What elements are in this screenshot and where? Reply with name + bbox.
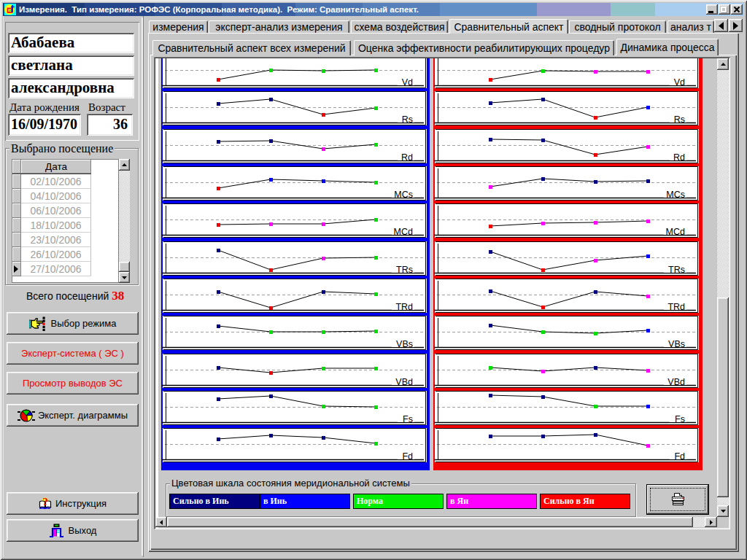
svg-text:VBd: VBd: [395, 377, 413, 387]
svg-text:VBd: VBd: [667, 377, 685, 387]
svg-text:Fd: Fd: [402, 451, 413, 462]
svg-text:VBs: VBs: [396, 339, 413, 349]
svg-text:Fd: Fd: [674, 451, 685, 462]
svg-text:Rd: Rd: [673, 152, 685, 163]
svg-text:MCs: MCs: [666, 190, 685, 200]
svg-text:MCd: MCd: [394, 227, 413, 237]
svg-text:Vd: Vd: [674, 77, 685, 88]
svg-text:Vd: Vd: [402, 77, 413, 88]
svg-text:Fs: Fs: [403, 414, 413, 424]
svg-text:Rd: Rd: [401, 152, 413, 163]
svg-text:Rs: Rs: [402, 114, 413, 125]
svg-text:Fs: Fs: [675, 414, 685, 424]
svg-text:TRd: TRd: [395, 302, 413, 312]
svg-text:TRs: TRs: [396, 265, 413, 275]
svg-text:VBs: VBs: [668, 339, 685, 349]
svg-text:TRs: TRs: [668, 265, 685, 275]
svg-text:MCd: MCd: [666, 227, 685, 237]
svg-text:?: ?: [42, 497, 48, 508]
svg-text:Rs: Rs: [674, 114, 685, 125]
svg-text:TRd: TRd: [667, 302, 685, 312]
svg-text:MCs: MCs: [394, 190, 413, 200]
